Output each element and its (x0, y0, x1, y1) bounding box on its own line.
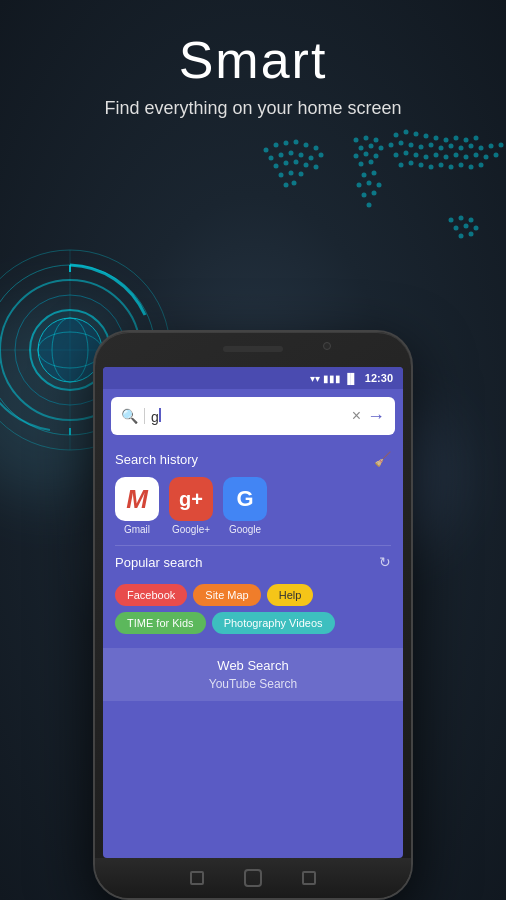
google-label: Google (229, 524, 261, 535)
svg-point-31 (359, 162, 364, 167)
gmail-app-item[interactable]: M Gmail (115, 477, 159, 535)
svg-point-32 (369, 160, 374, 165)
svg-point-83 (459, 216, 464, 221)
svg-point-41 (394, 133, 399, 138)
search-input[interactable]: g (151, 408, 346, 425)
svg-point-57 (459, 146, 464, 151)
svg-point-38 (362, 193, 367, 198)
svg-point-61 (499, 143, 504, 148)
youtube-search-label[interactable]: YouTube Search (115, 677, 391, 691)
app-icons-row: M Gmail g+ Google+ G Google (103, 473, 403, 545)
svg-point-88 (459, 234, 464, 239)
svg-point-76 (429, 165, 434, 170)
page-title: Smart (0, 30, 506, 90)
svg-point-19 (299, 172, 304, 177)
svg-point-59 (479, 146, 484, 151)
svg-point-77 (439, 163, 444, 168)
page-subtitle: Find everything on your home screen (0, 98, 506, 119)
tag-sitemap[interactable]: Site Map (193, 584, 260, 606)
svg-point-20 (284, 183, 289, 188)
svg-point-15 (304, 163, 309, 168)
svg-point-0 (264, 148, 269, 153)
svg-point-28 (354, 154, 359, 159)
svg-point-29 (364, 152, 369, 157)
svg-point-25 (359, 146, 364, 151)
google-app-item[interactable]: G Google (223, 477, 267, 535)
back-button[interactable] (190, 871, 204, 885)
svg-point-35 (357, 183, 362, 188)
svg-point-16 (314, 165, 319, 170)
svg-point-45 (434, 136, 439, 141)
search-history-header: Search history 🧹 (103, 443, 403, 473)
svg-point-48 (464, 138, 469, 143)
svg-point-42 (404, 130, 409, 135)
svg-point-7 (279, 153, 284, 158)
svg-point-71 (484, 155, 489, 160)
svg-point-24 (374, 138, 379, 143)
web-search-label[interactable]: Web Search (115, 658, 391, 673)
svg-point-66 (434, 153, 439, 158)
svg-point-12 (274, 164, 279, 169)
clear-history-icon[interactable]: 🧹 (374, 451, 391, 467)
tag-photography-videos[interactable]: Photography Videos (212, 612, 335, 634)
svg-point-73 (399, 163, 404, 168)
svg-point-14 (294, 160, 299, 165)
svg-point-69 (464, 155, 469, 160)
home-button[interactable] (244, 869, 262, 887)
svg-point-43 (414, 132, 419, 137)
battery-icon: ▐▌ (344, 373, 358, 384)
svg-point-44 (424, 134, 429, 139)
svg-point-46 (444, 138, 449, 143)
svg-point-89 (469, 232, 474, 237)
popular-search-title: Popular search (115, 555, 202, 570)
svg-point-67 (444, 155, 449, 160)
svg-point-75 (419, 163, 424, 168)
svg-point-30 (374, 154, 379, 159)
svg-point-34 (372, 171, 377, 176)
google-icon: G (223, 477, 267, 521)
status-icons: ▾▾ ▮▮▮ ▐▌ 12:30 (310, 372, 393, 384)
svg-point-9 (299, 153, 304, 158)
svg-point-22 (354, 138, 359, 143)
svg-point-36 (367, 181, 372, 186)
tag-help[interactable]: Help (267, 584, 314, 606)
svg-point-65 (424, 155, 429, 160)
search-clear-button[interactable]: × (352, 407, 361, 425)
header: Smart Find everything on your home scree… (0, 0, 506, 119)
search-bar[interactable]: 🔍 g × → (111, 397, 395, 435)
svg-point-54 (429, 143, 434, 148)
svg-point-40 (367, 203, 372, 208)
svg-point-55 (439, 146, 444, 151)
svg-point-3 (294, 140, 299, 145)
svg-point-86 (464, 224, 469, 229)
cursor (159, 408, 161, 422)
svg-point-4 (304, 143, 309, 148)
phone-body: ▾▾ ▮▮▮ ▐▌ 12:30 🔍 g × → Search history (93, 330, 413, 900)
refresh-icon[interactable]: ↻ (379, 554, 391, 570)
svg-point-37 (377, 183, 382, 188)
svg-point-60 (489, 144, 494, 149)
svg-point-80 (469, 165, 474, 170)
gplus-app-item[interactable]: g+ Google+ (169, 477, 213, 535)
svg-point-52 (409, 143, 414, 148)
svg-point-1 (274, 143, 279, 148)
popular-search-header: Popular search ↻ (103, 546, 403, 576)
tag-timeforkids[interactable]: TIME for Kids (115, 612, 206, 634)
gmail-label: Gmail (124, 524, 150, 535)
svg-point-74 (409, 161, 414, 166)
svg-point-5 (314, 146, 319, 151)
gplus-label: Google+ (172, 524, 210, 535)
svg-point-64 (414, 153, 419, 158)
svg-point-79 (459, 163, 464, 168)
search-go-button[interactable]: → (367, 406, 385, 427)
svg-point-49 (474, 136, 479, 141)
svg-point-51 (399, 141, 404, 146)
svg-point-62 (394, 153, 399, 158)
menu-button[interactable] (302, 871, 316, 885)
svg-point-58 (469, 144, 474, 149)
svg-point-33 (362, 173, 367, 178)
tag-facebook[interactable]: Facebook (115, 584, 187, 606)
svg-point-72 (494, 153, 499, 158)
svg-point-27 (379, 146, 384, 151)
svg-point-6 (269, 156, 274, 161)
